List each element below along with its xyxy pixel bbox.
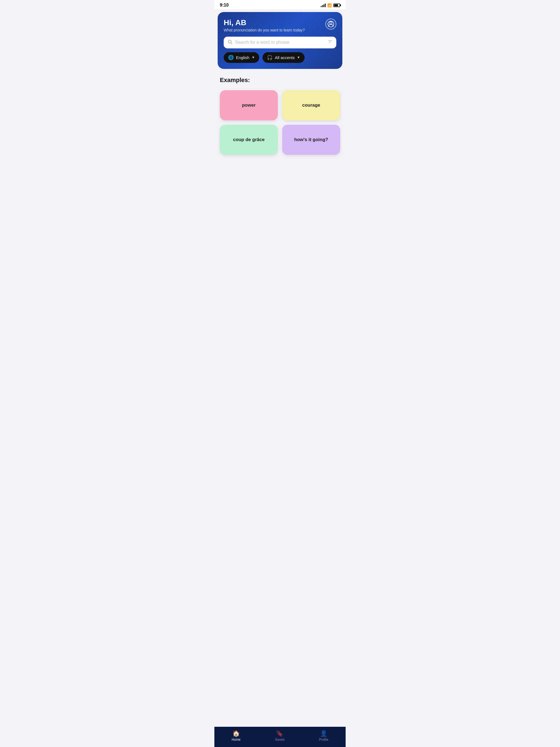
language-icon: 🌐 xyxy=(228,55,234,60)
card-word: how's it going? xyxy=(294,137,328,143)
filter-icon[interactable] xyxy=(328,40,332,46)
nav-item-profile[interactable]: 👤Profile xyxy=(319,730,328,742)
header-top: Hi, AB What pronunciation do you want to… xyxy=(224,19,336,32)
language-dropdown[interactable]: 🌐 English ▼ xyxy=(224,52,259,63)
status-bar: 9:10 📶 xyxy=(214,0,346,9)
greeting-title: Hi, AB xyxy=(224,19,305,27)
main-content: Examples: powercouragecoup de grâcehow's… xyxy=(214,69,346,747)
greeting-subtitle: What pronunciation do you want to learn … xyxy=(224,28,305,32)
example-card[interactable]: coup de grâce xyxy=(220,125,278,155)
example-card[interactable]: power xyxy=(220,90,278,120)
battery-icon xyxy=(333,4,340,7)
nav-profile-icon: 👤 xyxy=(320,730,327,737)
avatar-icon xyxy=(325,19,336,29)
search-icon xyxy=(228,40,232,46)
accent-chevron-icon: ▼ xyxy=(297,55,300,59)
profile-avatar-button[interactable] xyxy=(325,19,336,29)
nav-profile-label: Profile xyxy=(319,738,328,742)
nav-saved-label: Saved xyxy=(275,738,284,742)
accent-dropdown[interactable]: 🎧 All accents ▼ xyxy=(262,52,304,63)
accent-icon: 🎧 xyxy=(267,55,273,60)
card-word: power xyxy=(242,103,256,108)
search-input[interactable] xyxy=(235,40,325,45)
status-time: 9:10 xyxy=(220,3,229,8)
svg-line-3 xyxy=(231,43,232,44)
signal-icon xyxy=(321,3,326,7)
nav-item-saved[interactable]: 🔖Saved xyxy=(275,730,284,742)
nav-saved-icon: 🔖 xyxy=(276,730,283,737)
header-card: Hi, AB What pronunciation do you want to… xyxy=(218,12,342,69)
status-icons: 📶 xyxy=(321,3,340,7)
language-chevron-icon: ▼ xyxy=(252,55,255,59)
dropdown-row: 🌐 English ▼ 🎧 All accents ▼ xyxy=(224,52,336,63)
accent-label: All accents xyxy=(275,55,295,60)
wifi-icon: 📶 xyxy=(327,4,332,7)
nav-home-icon: 🏠 xyxy=(232,730,240,737)
search-bar xyxy=(224,36,336,48)
language-label: English xyxy=(236,55,249,60)
nav-home-label: Home xyxy=(232,738,240,742)
examples-title: Examples: xyxy=(220,77,340,84)
card-word: courage xyxy=(302,103,320,108)
example-grid: powercouragecoup de grâcehow's it going? xyxy=(220,90,340,155)
bottom-nav: 🏠Home🔖Saved👤Profile xyxy=(214,727,346,747)
svg-point-0 xyxy=(330,22,332,24)
nav-item-home[interactable]: 🏠Home xyxy=(232,730,240,742)
greeting-block: Hi, AB What pronunciation do you want to… xyxy=(224,19,305,32)
card-word: coup de grâce xyxy=(233,137,264,143)
example-card[interactable]: courage xyxy=(282,90,340,120)
example-card[interactable]: how's it going? xyxy=(282,125,340,155)
